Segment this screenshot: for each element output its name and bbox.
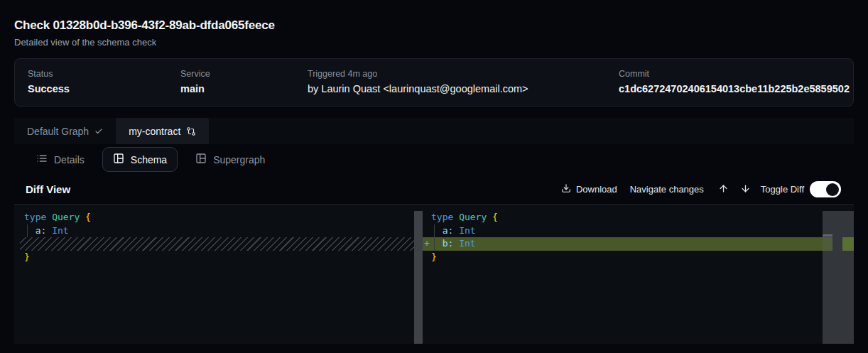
- code-line: }: [14, 251, 414, 264]
- view-tabs: Details Schema Supergraph: [14, 144, 854, 175]
- indent-guide: [434, 224, 435, 238]
- tab-default-graph[interactable]: Default Graph: [14, 118, 116, 144]
- vertical-scrollbar[interactable]: [823, 211, 854, 344]
- tab-my-contract-label: my-contract: [129, 126, 180, 137]
- diff-pane-modified[interactable]: type Query { a: Int+ b: Int}: [423, 205, 823, 344]
- page-subtitle: Detailed view of the schema check: [14, 37, 854, 48]
- commit-label: Commit: [619, 68, 850, 80]
- tab-schema-label: Schema: [131, 154, 167, 165]
- status-label: Status: [28, 68, 180, 80]
- git-compare-icon: [186, 126, 196, 136]
- navigate-changes-label: Navigate changes: [630, 184, 704, 195]
- toggle-knob: [826, 183, 839, 196]
- tab-my-contract[interactable]: my-contract: [116, 118, 209, 144]
- tab-supergraph[interactable]: Supergraph: [185, 147, 276, 172]
- service-label: Service: [180, 68, 308, 80]
- diff-editor-sash[interactable]: [414, 211, 423, 344]
- panel-icon: [195, 153, 207, 166]
- diff-line-placeholder: [20, 237, 423, 251]
- code-line: type Query {: [14, 211, 414, 224]
- diff-overview-dim-mark: [823, 237, 832, 251]
- added-line-sign: +: [424, 237, 430, 251]
- meta-commit: Commit c1dc62724702406154013cbe11b225b2e…: [619, 68, 850, 96]
- meta-triggered: Triggered 4m ago by Laurin Quast <laurin…: [308, 68, 619, 96]
- previous-change-button[interactable]: [717, 182, 730, 197]
- status-value: Success: [28, 82, 180, 96]
- tab-details[interactable]: Details: [26, 147, 95, 172]
- diff-editor: type Query { a: Int} type Query { a: Int…: [14, 205, 854, 344]
- code-line: }: [423, 251, 823, 264]
- arrow-down-icon: [740, 183, 751, 196]
- tab-details-label: Details: [54, 154, 85, 165]
- panel-icon: [113, 153, 124, 166]
- download-icon: [561, 183, 571, 195]
- toggle-diff-switch[interactable]: [810, 181, 841, 197]
- schema-check-page: Check 01328b0d-b396-43f2-89ab-dfda065fee…: [0, 0, 868, 353]
- check-icon: [94, 127, 103, 136]
- diff-toolbar: Diff View Download Navigate changes: [14, 175, 854, 205]
- download-button[interactable]: Download: [561, 183, 617, 195]
- triggered-value: by Laurin Quast <laurinquast@googlemail.…: [308, 82, 619, 96]
- page-header: Check 01328b0d-b396-43f2-89ab-dfda065fee…: [0, 0, 868, 48]
- diff-toolbar-actions: Download Navigate changes Toggle Diff: [561, 181, 841, 197]
- meta-status: Status Success: [28, 68, 180, 96]
- service-value: main: [180, 82, 308, 96]
- indent-guide: [434, 237, 435, 251]
- diff-view-title: Diff View: [26, 183, 70, 195]
- next-change-button[interactable]: [739, 182, 752, 197]
- tab-default-graph-label: Default Graph: [27, 126, 89, 137]
- indent-guide: [27, 224, 28, 238]
- graph-tabs: Default Graph my-contract: [14, 118, 854, 144]
- list-icon: [36, 153, 48, 166]
- code-line: a: Int: [14, 224, 414, 238]
- tab-schema[interactable]: Schema: [102, 147, 178, 172]
- page-title: Check 01328b0d-b396-43f2-89ab-dfda065fee…: [14, 18, 854, 33]
- diff-overview-added-mark: [842, 237, 854, 251]
- scrollbar-slider-edge: [823, 234, 832, 237]
- download-label: Download: [576, 184, 617, 195]
- toggle-diff-label: Toggle Diff: [761, 184, 804, 195]
- diff-line-added: + b: Int: [423, 237, 823, 251]
- commit-value: c1dc62724702406154013cbe11b225b2e5859502: [619, 82, 850, 96]
- arrow-up-icon: [718, 183, 729, 196]
- code-line: type Query {: [423, 211, 823, 224]
- tab-supergraph-label: Supergraph: [213, 154, 265, 165]
- meta-service: Service main: [180, 68, 308, 96]
- check-meta-card: Status Success Service main Triggered 4m…: [14, 58, 854, 107]
- code-line: a: Int: [423, 224, 823, 238]
- diff-pane-original[interactable]: type Query { a: Int}: [14, 205, 414, 344]
- triggered-label: Triggered 4m ago: [308, 68, 619, 80]
